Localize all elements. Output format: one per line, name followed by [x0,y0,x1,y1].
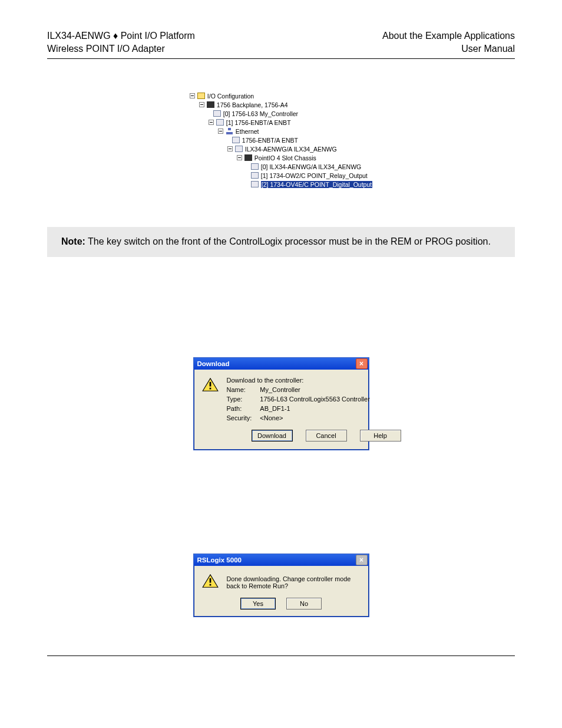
header-left: ILX34-AENWG ♦ Point I/O Platform Wireles… [47,29,195,55]
document-page: ILX34-AENWG ♦ Point I/O Platform Wireles… [0,0,562,728]
warning-icon [202,574,219,588]
label-security: Security: [227,414,252,421]
close-icon[interactable]: × [356,358,368,369]
download-dialog-figure: Download × Download to the controller: N… [47,357,515,450]
svg-rect-4 [209,578,211,582]
tree-slot0[interactable]: [0] 1756-L63 My_Controller [223,110,298,117]
svg-rect-1 [209,381,211,386]
download-dialog-titlebar[interactable]: Download × [194,358,369,370]
tree-ilx[interactable]: ILX34-AENWG/A ILX34_AENWG [245,146,337,153]
download-info-grid: Name: My_Controller Type: 1756-L63 Contr… [227,386,401,421]
expander-icon[interactable] [227,146,233,151]
tree-pio2-selected[interactable]: [2] 1734-OV4E/C POINT_Digital_Output [261,181,372,188]
help-button[interactable]: Help [360,430,401,442]
download-heading: Download to the controller: [227,377,401,384]
svg-rect-2 [209,387,211,389]
doc-type: User Manual [382,42,515,55]
chassis-icon [244,154,252,161]
module-icon [251,172,259,179]
header-rule [47,58,515,59]
tree-pio-chassis[interactable]: PointIO 4 Slot Chassis [254,154,316,162]
close-icon[interactable]: × [356,555,368,565]
io-config-tree-figure: I/O Configuration 1756 Backplane, 1756-A… [47,91,515,189]
no-button[interactable]: No [286,598,322,610]
module-icon [251,163,259,170]
section-title: About the Example Applications [382,29,515,42]
network-icon [226,128,233,134]
product-subtitle: Wireless POINT I/O Adapter [47,42,195,55]
tree-pio0[interactable]: [0] ILX34-AENWG/A ILX34_AENWG [261,163,361,170]
label-path: Path: [227,405,252,412]
expander-icon[interactable] [190,93,195,98]
expander-icon[interactable] [237,155,242,160]
tree-root[interactable]: I/O Configuration [207,93,254,100]
svg-rect-5 [209,584,211,585]
io-config-tree: I/O Configuration 1756 Backplane, 1756-A… [190,91,372,189]
value-security: <None> [260,414,401,421]
module-icon [213,110,221,117]
rslogix-dialog-titlebar[interactable]: RSLogix 5000 × [194,554,369,566]
value-name: My_Controller [260,386,401,393]
label-name: Name: [227,386,252,393]
expander-icon[interactable] [218,129,223,134]
tree-enbt[interactable]: 1756-ENBT/A ENBT [242,137,298,144]
tree-backplane[interactable]: 1756 Backplane, 1756-A4 [217,101,288,108]
note-box: Note: The key switch on the front of the… [47,227,515,256]
module-icon [216,119,224,126]
tree-ethernet[interactable]: Ethernet [236,128,259,135]
download-dialog: Download × Download to the controller: N… [193,357,369,450]
product-id-line: ILX34-AENWG ♦ Point I/O Platform [47,29,195,42]
download-dialog-title: Download [197,360,230,367]
note-label: Note: [61,236,85,246]
yes-button[interactable]: Yes [240,598,276,610]
expander-icon[interactable] [209,120,214,125]
module-icon [251,181,259,187]
footer-rule [47,655,515,656]
module-icon [235,146,243,152]
module-icon [232,137,240,143]
folder-icon [197,93,205,99]
header-right: About the Example Applications User Manu… [382,29,515,55]
value-path: AB_DF1-1 [260,405,401,412]
note-body: The key switch on the front of the Contr… [85,236,491,246]
download-button[interactable]: Download [252,430,293,442]
expander-icon[interactable] [199,102,204,107]
tree-slot1[interactable]: [1] 1756-ENBT/A ENBT [226,119,291,126]
chassis-icon [207,101,214,108]
rslogix-dialog-figure: RSLogix 5000 × Done downloading. Change … [47,450,515,617]
label-type: Type: [227,396,252,403]
rslogix-message: Done downloading. Change controller mode… [227,575,362,589]
page-header: ILX34-AENWG ♦ Point I/O Platform Wireles… [47,29,515,55]
rslogix-dialog: RSLogix 5000 × Done downloading. Change … [193,554,369,617]
value-type: 1756-L63 ControlLogix5563 Controller [260,396,401,403]
rslogix-dialog-title: RSLogix 5000 [197,556,242,564]
warning-icon [202,378,219,392]
tree-pio1[interactable]: [1] 1734-OW2/C POINT_Relay_Output [261,172,368,179]
cancel-button[interactable]: Cancel [306,430,347,442]
